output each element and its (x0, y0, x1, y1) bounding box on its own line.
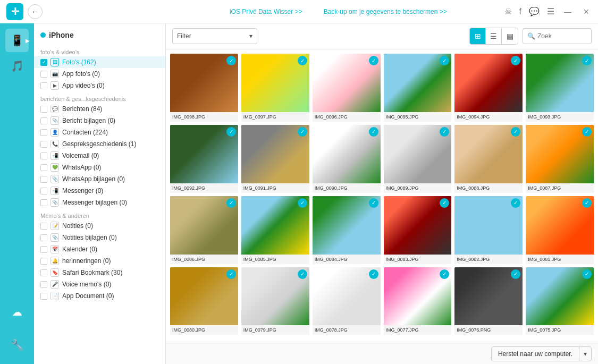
checkbox-app-videos[interactable] (40, 82, 47, 89)
sidebar-item-berichten[interactable]: 💬 Berichten (84) (34, 103, 165, 115)
checkbox-whatsapp-bijlagen[interactable] (40, 176, 47, 183)
photo-item-p10[interactable]: ✓IMG_0089.JPG (384, 125, 452, 193)
checkbox-whatsapp[interactable] (40, 164, 47, 171)
sidebar-item-fotos[interactable]: ✓ 🖼 Foto's (162) (34, 56, 165, 68)
sidebar-item-app-fotos[interactable]: 📷 App foto's (0) (34, 68, 165, 80)
sidebar-item-app-videos[interactable]: ▶ App video's (0) (34, 80, 165, 91)
photo-item-p15[interactable]: ✓IMG_0084.JPG (313, 196, 381, 264)
nav-phone-icon[interactable]: 📱 ▶ (5, 29, 29, 52)
checkbox-app-fotos[interactable] (40, 71, 47, 78)
main-layout: 📱 ▶ 🎵 ☁ 🔧 iPhone foto's & video's ✓ 🖼 Fo… (0, 23, 598, 364)
photo-item-p22[interactable]: ✓IMG_0077.JPG (384, 267, 452, 335)
chat-icon[interactable]: 💬 (529, 6, 540, 16)
sidebar-item-safari-bookmark[interactable]: 🔖 Safari Bookmark (30) (34, 267, 165, 278)
sidebar-item-whatsapp-bijlagen[interactable]: 📎 WhatsApp bijlagen (0) (34, 173, 165, 185)
checkbox-contacten[interactable] (40, 129, 47, 136)
photo-label: IMG_0076.PNG (454, 325, 523, 335)
backup-link[interactable]: Back-up om je gegevens te beschermen >> (324, 8, 447, 15)
sidebar-item-notities[interactable]: 📝 Notities (0) (34, 220, 165, 232)
checkbox-voicemail[interactable] (40, 153, 47, 159)
facebook-icon[interactable]: f (519, 7, 521, 16)
photo-check-badge: ✓ (226, 127, 236, 137)
gespreks-icon: 📞 (50, 140, 59, 148)
app-videos-label: App video's (0) (62, 82, 161, 89)
photo-item-p17[interactable]: ✓IMG_0082.JPG (454, 196, 523, 264)
checkbox-messenger[interactable] (40, 188, 47, 194)
restore-dropdown-icon[interactable]: ▾ (579, 347, 591, 361)
herinneringen-icon: 🔔 (50, 257, 59, 265)
photo-item-p12[interactable]: ✓IMG_0087.JPG (526, 125, 594, 193)
photo-item-p6[interactable]: ✓IMG_0093.JPG (526, 54, 594, 122)
search-input[interactable] (537, 32, 587, 40)
sidebar-item-herinneringen[interactable]: 🔔 herinneringen (0) (34, 255, 165, 267)
sidebar-item-notities-bijlagen[interactable]: 📎 Notities bijlagen (0) (34, 232, 165, 243)
checkbox-app-document[interactable] (40, 293, 47, 300)
photo-item-p21[interactable]: ✓IMG_0078.JPG (313, 267, 381, 335)
sidebar-item-voice-memos[interactable]: 🎤 Voice memo's (0) (34, 278, 165, 290)
photo-item-p4[interactable]: ✓IMG_0095.JPG (384, 54, 452, 122)
checkbox-messenger-bijlagen[interactable] (40, 199, 47, 206)
checkbox-bericht-bijlagen[interactable] (40, 117, 47, 124)
sidebar-item-contacten[interactable]: 👤 Contacten (224) (34, 126, 165, 138)
nav-cloud-icon[interactable]: ☁ (5, 300, 29, 324)
view-buttons: ⊞ ☰ ▤ (469, 28, 518, 45)
photo-item-p18[interactable]: ✓IMG_0081.JPG (526, 196, 594, 264)
checkbox-notities-bijlagen[interactable] (40, 234, 47, 241)
sidebar-item-kalender[interactable]: 📅 Kalender (0) (34, 243, 165, 255)
menu-icon[interactable]: ☰ (547, 6, 554, 16)
photo-label: IMG_0098.JPG (170, 112, 238, 122)
nav-tools-icon[interactable]: 🔧 (5, 333, 29, 357)
photo-item-p23[interactable]: ✓IMG_0076.PNG (454, 267, 523, 335)
sidebar-item-gespreksgeschiedenis[interactable]: 📞 Gespreksgeschiedenis (1) (34, 138, 165, 150)
checkbox-safari[interactable] (40, 269, 47, 276)
title-bar-left: ✛ ← (6, 3, 172, 20)
list-view-button[interactable]: ☰ (486, 28, 502, 44)
photo-item-p2[interactable]: ✓IMG_0097.JPG (241, 54, 309, 122)
ios-data-wiper-link[interactable]: iOS Privé Data Wisser >> (230, 8, 302, 15)
photo-item-p16[interactable]: ✓IMG_0083.JPG (384, 196, 452, 264)
sidebar-item-messenger[interactable]: 📲 Messenger (0) (34, 185, 165, 197)
photo-item-p1[interactable]: ✓IMG_0098.JPG (170, 54, 238, 122)
device-header: iPhone (34, 28, 165, 45)
checkbox-gespreks[interactable] (40, 141, 47, 148)
sidebar-item-bericht-bijlagen[interactable]: 📎 Bericht bijlagen (0) (34, 115, 165, 126)
checkbox-kalender[interactable] (40, 246, 47, 253)
photo-item-p8[interactable]: ✓IMG_0091.JPG (241, 125, 309, 193)
photo-item-p20[interactable]: ✓IMG_0079.JPG (241, 267, 309, 335)
minimize-button[interactable]: — (562, 7, 574, 16)
photo-item-p7[interactable]: ✓IMG_0092.JPG (170, 125, 238, 193)
checkbox-berichten[interactable] (40, 106, 47, 113)
filter-select[interactable]: Filter ▾ (172, 28, 257, 44)
photo-item-p3[interactable]: ✓IMG_0096.JPG (313, 54, 381, 122)
photo-item-p24[interactable]: ✓IMG_0075.JPG (526, 267, 594, 335)
detail-view-button[interactable]: ▤ (502, 28, 518, 44)
back-button[interactable]: ← (28, 4, 43, 19)
close-button[interactable]: ✕ (581, 7, 592, 16)
grid-view-button[interactable]: ⊞ (470, 28, 486, 44)
photo-label: IMG_0082.JPG (454, 255, 523, 264)
checkbox-herinneringen[interactable] (40, 258, 47, 265)
photo-item-p5[interactable]: ✓IMG_0094.JPG (454, 54, 523, 122)
sidebar-item-voicemail[interactable]: 📲 Voicemail (0) (34, 150, 165, 162)
restore-button[interactable]: Herstel naar uw computer. ▾ (491, 346, 592, 361)
photo-item-p9[interactable]: ✓IMG_0090.JPG (313, 125, 381, 193)
herinneringen-label: herinneringen (0) (62, 257, 161, 265)
checkbox-voice-memos[interactable] (40, 281, 47, 288)
whatsapp-label: WhatsApp (0) (62, 164, 161, 171)
photo-check-badge: ✓ (440, 269, 449, 279)
whatsapp-bijlagen-label: WhatsApp bijlagen (0) (62, 175, 161, 183)
sidebar-item-whatsapp[interactable]: 💚 WhatsApp (0) (34, 162, 165, 173)
photo-item-p19[interactable]: ✓IMG_0080.JPG (170, 267, 238, 335)
photo-item-p14[interactable]: ✓IMG_0085.JPG (241, 196, 309, 264)
person-icon[interactable]: ☠ (504, 6, 512, 16)
checkbox-notities[interactable] (40, 223, 47, 230)
photo-item-p13[interactable]: ✓IMG_0086.JPG (170, 196, 238, 264)
nav-music-icon[interactable]: 🎵 (5, 54, 29, 78)
sidebar-item-messenger-bijlagen[interactable]: 📎 Messenger bijlagen (0) (34, 197, 165, 208)
photo-label: IMG_0093.JPG (526, 112, 594, 122)
sidebar-item-app-document[interactable]: 📄 App Document (0) (34, 290, 165, 302)
checkbox-fotos[interactable]: ✓ (40, 59, 47, 66)
photo-item-p11[interactable]: ✓IMG_0088.JPG (454, 125, 523, 193)
voicemail-label: Voicemail (0) (62, 152, 161, 159)
voice-memos-icon: 🎤 (50, 280, 59, 289)
